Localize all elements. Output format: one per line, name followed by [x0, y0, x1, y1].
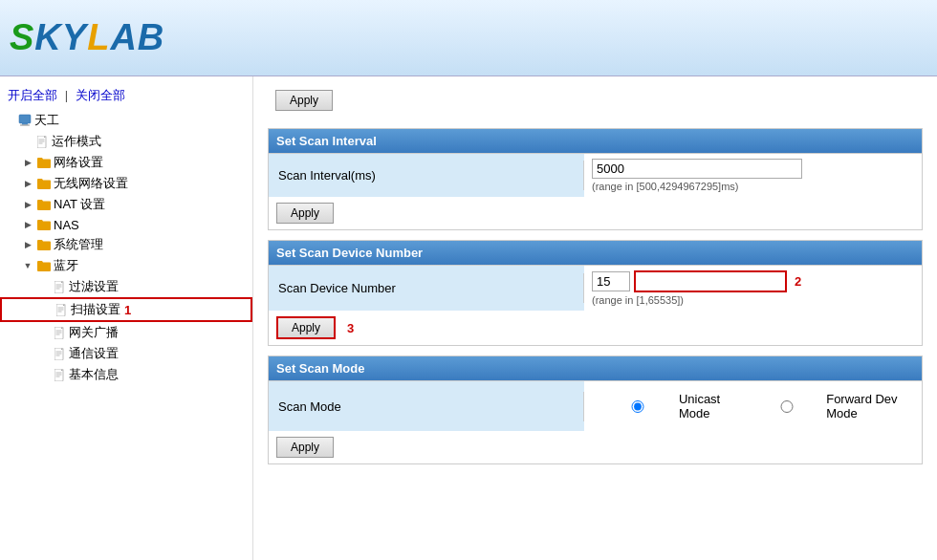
sidebar-item-label-wangguang: 网关广播	[69, 324, 119, 341]
folder-icon-nat	[36, 197, 52, 212]
doc-icon-yunzuo	[34, 134, 50, 149]
scan-device-number-row: Scan Device Number 2 (range in [1,65535]…	[269, 265, 922, 311]
svg-rect-2	[20, 125, 30, 126]
scan-device-number-apply-row: Apply 3	[269, 311, 922, 345]
content-area: Apply Set Scan Interval Scan Interval(ms…	[253, 76, 937, 560]
sidebar-item-wuxian[interactable]: ▶无线网络设置	[0, 173, 252, 194]
scan-interval-row: Scan Interval(ms) (range in [500,4294967…	[269, 153, 922, 197]
sidebar-item-wangluo[interactable]: ▶网络设置	[0, 152, 252, 173]
scan-device-number-label: Scan Device Number	[269, 273, 584, 303]
unicast-mode-label: Unicast Mode	[679, 392, 739, 420]
sidebar-item-label-nas: NAS	[54, 218, 79, 232]
sidebar-item-nat[interactable]: ▶NAT 设置	[0, 194, 252, 215]
computer-icon-tiangong	[17, 113, 33, 128]
sidebar-item-label-wangluo: 网络设置	[54, 154, 103, 171]
scan-interval-apply-row: Apply	[269, 197, 922, 229]
scan-device-number-section: Set Scan Device Number Scan Device Numbe…	[268, 240, 923, 346]
expand-icon-nat[interactable]: ▶	[21, 198, 34, 211]
doc-icon-guolv	[52, 279, 67, 294]
annotation-2: 2	[795, 274, 801, 289]
annotation-3: 3	[347, 321, 354, 335]
scan-mode-label: Scan Mode	[269, 392, 584, 421]
sidebar-item-label-jiben: 基本信息	[69, 366, 119, 383]
forward-dev-mode-radio[interactable]	[751, 400, 823, 413]
sidebar-divider: |	[65, 88, 68, 102]
doc-icon-wangguang	[52, 325, 67, 340]
logo: SKYLAB	[10, 17, 164, 58]
scan-device-number-value: 2 (range in [1,65535])	[584, 266, 922, 311]
unicast-mode-radio[interactable]	[599, 400, 676, 413]
sidebar-item-label-lanya: 蓝牙	[54, 257, 78, 274]
expand-icon-wuxian[interactable]: ▶	[21, 177, 34, 190]
scan-interval-header: Set Scan Interval	[269, 129, 922, 153]
sidebar-item-label-wuxian: 无线网络设置	[54, 175, 128, 192]
sidebar-item-guolv[interactable]: 过滤设置	[0, 276, 252, 297]
scan-mode-row: Scan Mode Unicast Mode Forward Dev Mode	[269, 380, 922, 431]
unicast-mode-option[interactable]: Unicast Mode	[599, 392, 739, 420]
sidebar-item-tongxin[interactable]: 通信设置	[0, 343, 252, 364]
doc-icon-jiben	[52, 367, 67, 382]
forward-dev-mode-label: Forward Dev Mode	[826, 392, 906, 420]
folder-icon-wangluo	[36, 155, 52, 170]
sidebar-item-tiangong[interactable]: 天工	[0, 110, 252, 131]
sidebar-item-jiben[interactable]: 基本信息	[0, 364, 252, 385]
header: SKYLAB	[0, 0, 937, 76]
sidebar-item-xitong[interactable]: ▶系统管理	[0, 234, 252, 255]
svg-rect-0	[19, 115, 31, 123]
sidebar-item-label-guolv: 过滤设置	[69, 278, 119, 295]
sidebar-item-lanya[interactable]: ▼蓝牙	[0, 255, 252, 276]
scan-mode-apply-button[interactable]: Apply	[276, 437, 334, 458]
sidebar-tree: 天工运作模式▶网络设置▶无线网络设置▶NAT 设置▶NAS▶系统管理▼蓝牙过滤设…	[0, 110, 252, 385]
svg-rect-1	[22, 123, 28, 125]
scan-mode-header: Set Scan Mode	[269, 356, 922, 380]
scan-interval-input[interactable]	[592, 159, 802, 179]
scan-interval-section: Set Scan Interval Scan Interval(ms) (ran…	[268, 128, 923, 230]
doc-icon-saomiao	[54, 302, 69, 317]
sidebar-item-label-yunzuo: 运作模式	[52, 133, 101, 150]
scan-device-number-hint: (range in [1,65535])	[592, 294, 914, 306]
doc-icon-tongxin	[52, 346, 67, 361]
sidebar-item-saomiao[interactable]: 扫描设置1	[0, 297, 252, 322]
sidebar-item-label-tongxin: 通信设置	[69, 345, 119, 362]
folder-icon-wuxian	[36, 176, 52, 191]
sidebar-item-nas[interactable]: ▶NAS	[0, 215, 252, 234]
main-layout: 开启全部 | 关闭全部 天工运作模式▶网络设置▶无线网络设置▶NAT 设置▶NA…	[0, 76, 937, 560]
sidebar-item-wangguang[interactable]: 网关广播	[0, 322, 252, 343]
folder-icon-lanya	[36, 258, 52, 273]
sidebar-item-label-nat: NAT 设置	[54, 196, 105, 213]
close-all-link[interactable]: 关闭全部	[76, 88, 125, 102]
scan-device-number-apply-button[interactable]: Apply	[276, 316, 336, 339]
expand-icon-xitong[interactable]: ▶	[21, 238, 34, 251]
scan-interval-value: (range in [500,4294967295]ms)	[584, 154, 922, 197]
scan-device-number-header: Set Scan Device Number	[269, 241, 922, 265]
scan-interval-apply-button[interactable]: Apply	[276, 203, 334, 224]
sidebar-top-links: 开启全部 | 关闭全部	[0, 81, 252, 110]
top-apply-container: Apply	[268, 84, 923, 117]
scan-mode-apply-row: Apply	[269, 431, 922, 463]
expand-icon-lanya[interactable]: ▼	[21, 259, 34, 272]
sidebar-item-label-saomiao: 扫描设置	[71, 301, 120, 318]
sidebar-item-label-xitong: 系统管理	[54, 236, 103, 253]
sidebar-item-label-tiangong: 天工	[34, 112, 59, 129]
scan-interval-label: Scan Interval(ms)	[269, 161, 584, 190]
scan-device-number-input2[interactable]	[634, 270, 787, 292]
scan-interval-hint: (range in [500,4294967295]ms)	[592, 181, 914, 192]
scan-mode-value: Unicast Mode Forward Dev Mode	[584, 381, 922, 431]
folder-icon-nas	[36, 217, 52, 232]
scan-device-number-input[interactable]	[592, 271, 630, 291]
folder-icon-xitong	[36, 237, 52, 252]
annotation-1: 1	[124, 303, 131, 317]
sidebar-item-yunzuo[interactable]: 运作模式	[0, 131, 252, 152]
expand-icon-nas[interactable]: ▶	[21, 218, 34, 231]
scan-mode-radio-group: Unicast Mode Forward Dev Mode	[592, 386, 914, 426]
forward-dev-mode-option[interactable]: Forward Dev Mode	[751, 392, 906, 420]
open-all-link[interactable]: 开启全部	[8, 88, 57, 102]
expand-icon-wangluo[interactable]: ▶	[21, 156, 34, 169]
top-apply-button[interactable]: Apply	[275, 90, 333, 111]
scan-mode-section: Set Scan Mode Scan Mode Unicast Mode For…	[268, 355, 923, 464]
sidebar: 开启全部 | 关闭全部 天工运作模式▶网络设置▶无线网络设置▶NAT 设置▶NA…	[0, 76, 253, 560]
